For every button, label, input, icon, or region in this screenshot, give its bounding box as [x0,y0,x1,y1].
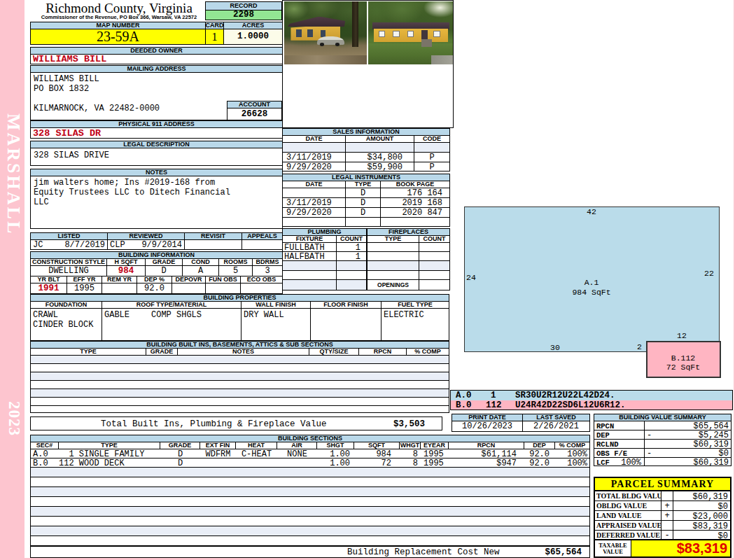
instr-date [283,188,346,197]
listed-by: JC [33,240,43,249]
parcel-name: TOTAL BLDG VALUE [595,491,662,500]
parcel-name: APPRAISED VALUE [595,521,662,530]
instr-date: 3/11/2019 [283,198,346,207]
type-value: 1 SINGLE FAMILY [59,449,144,459]
taxable-label: TAXABLE VALUE [595,540,631,556]
bvs-row: LCF 100% $60,319 [594,458,731,466]
parcel-value: $60,319 [693,492,728,500]
plumbing-row: FULLBATH 1 [283,243,366,252]
instr-type: D [346,188,381,197]
print-date-label: PRINT DATE [452,414,523,421]
replacement-cost-box: Building Replacement Cost New $65,564 [30,546,590,558]
wall-finish-value: DRY WALL [244,310,284,320]
vector-sec: A.0 [456,391,472,400]
building-sections-box: BUILDING SECTIONS SEC# TYPE GRADE EXT FI… [30,435,590,468]
photo-panel [282,0,454,128]
parcel-op: + [662,501,673,510]
builtins-qty-label: QTY/SIZE [309,349,359,356]
wall-finish-label: WALL FINISH [241,302,311,309]
appeals-label: APPEALS [242,233,282,240]
notes-line-2: Equity Trustees LLC to Ditech Financial [34,188,230,197]
mailing-line-1: WILLIAMS BILL [34,74,99,84]
notes-line-3: LLC [34,197,49,207]
fireplace-count-label: COUNT [419,236,449,243]
cond-value: A [183,266,219,276]
foundation-value-1: CRAWL [33,310,58,320]
bvs-value: $0 [719,449,729,457]
section-row-a: A.0 1 SINGLE FAMILY D WDFRM C-HEAT NONE … [31,449,589,458]
total-builtins-box: Total Built Ins, Plumbing & Fireplace Va… [30,416,442,430]
rpcn-label: RPCN [449,442,524,449]
sqft-label: SQFT [354,442,400,449]
openings-label: OPENINGS [368,280,419,290]
comp-label: % COMP [555,442,589,449]
whgt-value: 8 [400,458,418,468]
reviewed-date: 9/9/2014 [129,240,182,249]
section-b-sqft: 72 SqFt [658,363,708,372]
builtins-comp-label: % COMP [407,349,449,356]
parcel-name: LAND VALUE [595,511,662,520]
shgt-value: 1.00 [317,449,350,459]
section-a-sqft: 984 SqFt [564,288,620,298]
plumbing-count-label: COUNT [337,236,366,243]
dim-left: 24 [466,273,476,283]
shgt-label: SHGT [317,442,354,449]
sec-label: SEC# [31,442,59,449]
bvs-value: $65,564 [694,421,729,430]
dim-right: 22 [704,269,714,279]
parcel-op [662,491,673,500]
instr-date: 9/29/2020 [283,208,346,217]
eyear-label: EYEAR [421,442,449,449]
account-value: 26628 [227,108,281,120]
air-label: AIR [277,442,317,449]
bvs-name: DEP [596,431,610,439]
sale-date: 3/11/2019 [283,153,346,162]
heat-value: C-HEAT [236,449,277,459]
house-photo-front [368,1,453,64]
eyear-value: 1995 [424,458,444,468]
hsqft-value: 984 [107,266,146,276]
dim-b-top: 12 [672,331,692,341]
physical-address-box: PHYSICAL 911 ADDRESS 328 SILAS DR [30,120,283,139]
legal-description-value: 328 SILAS DRIVE [34,150,109,160]
vector-codes-box: A.0 1 SR30U2R12U22L42D24. B.0 112 U24R42… [450,390,733,410]
section-b-name: B.112 [658,354,708,363]
fixture-label: FIXTURE [283,236,337,243]
sale-amount: $34,800 [346,153,414,162]
effyr-label: EFF YR [67,276,102,284]
grade-value: D [146,266,183,276]
vector-path: SR30U2R12U22L42D24. [515,391,615,400]
parcel-summary-label: PARCEL SUMMARY [595,478,730,491]
dep-label: DEP [524,442,555,449]
vector-path: U24R42D22SD6L12U6R12. [515,400,626,410]
vector-sec: B.0 [456,400,472,410]
commissioner-line: Commissioner of the Revenue, PO Box 366,… [31,14,206,20]
sqft-value: 984 [354,449,391,459]
comp-value: 100% [555,458,587,468]
bvs-value: $5,245 [699,430,729,439]
taxable-row: TAXABLE VALUE $83,319 [595,540,730,556]
vector-code-b: B.0 112 U24R42D22SD6L12U6R12. [451,400,732,410]
house-photo-side [284,1,367,64]
bvs-row: RPCN $65,564 [594,421,731,430]
fixture-count: 1 [337,252,366,260]
account-box: ACCOUNT 26628 [227,101,282,120]
sale-amount: $59,900 [346,162,414,172]
card-label: CARD [206,22,224,29]
building-properties-label: BUILDING PROPERTIES [31,295,449,302]
instr-type: D [346,208,381,217]
construction-style-value: DWELLING [31,266,107,276]
air-value: NONE [277,449,317,459]
sales-row: 3/11/2019 $34,800 P [283,153,449,162]
parcel-name: OBLDG VALUE [595,501,662,510]
roof-label: ROOF TYPE/MATERIAL [102,302,241,309]
record-box: RECORD 2298 [205,1,282,20]
fuel-type-value: ELECTRIC [384,310,424,320]
bvs-op: - [647,449,652,457]
fixture-count: 1 [337,243,366,251]
bvs-name: RCLND [596,440,619,448]
building-information-box: BUILDING INFORMATION CONSTRUCTION STYLE … [30,251,283,294]
building-value-summary-box: BUILDING VALUE SUMMARY RPCN $65,564 DEP … [594,414,732,466]
print-date-value: 10/26/2023 [452,421,523,431]
account-label: ACCOUNT [227,102,281,108]
